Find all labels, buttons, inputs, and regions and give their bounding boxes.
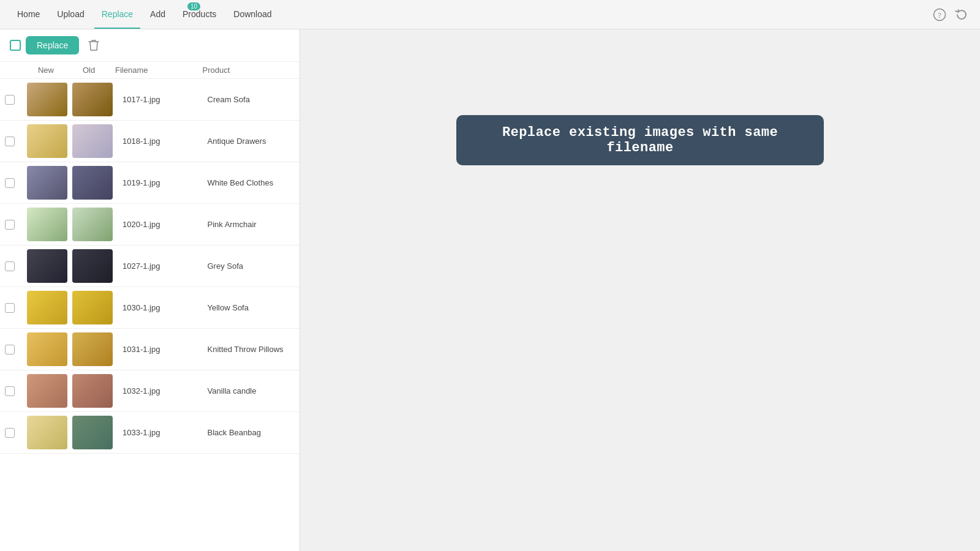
new-image-4 xyxy=(27,249,67,283)
nav-products[interactable]: Products 10 xyxy=(175,0,224,29)
col-header-product: Product xyxy=(203,66,295,75)
old-image-2 xyxy=(72,166,113,200)
row-checkbox-5[interactable] xyxy=(5,303,15,313)
table-row[interactable]: 1032-1.jpg Vanilla candle xyxy=(0,370,300,412)
filename-cell-8: 1033-1.jpg xyxy=(118,428,205,437)
row-checkbox-8[interactable] xyxy=(5,428,15,438)
toolbar: Replace xyxy=(0,29,300,62)
filename-cell-5: 1030-1.jpg xyxy=(118,303,205,312)
nav-home[interactable]: Home xyxy=(10,0,47,29)
tooltip-box: Replace existing images with same filena… xyxy=(456,115,824,165)
old-image-5 xyxy=(72,291,113,324)
right-panel: Replace existing images with same filena… xyxy=(300,29,980,551)
new-image-5 xyxy=(27,291,67,324)
table-row[interactable]: 1031-1.jpg Knitted Throw Pillows xyxy=(0,329,300,370)
row-checkbox-1[interactable] xyxy=(5,137,15,146)
topnav: Home Upload Replace Add Products 10 Down… xyxy=(0,0,980,29)
row-checkbox-3[interactable] xyxy=(5,220,15,230)
new-image-8 xyxy=(27,416,67,449)
refresh-icon[interactable] xyxy=(953,6,970,23)
filename-cell-4: 1027-1.jpg xyxy=(118,261,205,271)
old-image-8 xyxy=(72,416,113,449)
product-cell-5: Yellow Sofa xyxy=(208,303,295,312)
col-header-new: New xyxy=(24,66,67,75)
table-row[interactable]: 1019-1.jpg White Bed Clothes xyxy=(0,162,300,204)
old-image-4 xyxy=(72,249,113,283)
old-image-6 xyxy=(72,332,113,366)
row-checkbox-4[interactable] xyxy=(5,261,15,271)
old-image-1 xyxy=(72,124,113,158)
new-image-1 xyxy=(27,124,67,158)
product-cell-4: Grey Sofa xyxy=(208,261,295,271)
filename-cell-6: 1031-1.jpg xyxy=(118,345,205,354)
table-row[interactable]: 1020-1.jpg Pink Armchair xyxy=(0,204,300,246)
main-layout: Replace New Old Filename Product 1017-1.… xyxy=(0,29,980,551)
new-image-2 xyxy=(27,166,67,200)
new-image-3 xyxy=(27,208,67,241)
product-cell-1: Antique Drawers xyxy=(208,137,295,146)
table-row[interactable]: 1030-1.jpg Yellow Sofa xyxy=(0,287,300,329)
filename-cell-3: 1020-1.jpg xyxy=(118,220,205,229)
new-image-6 xyxy=(27,332,67,366)
table-row[interactable]: 1027-1.jpg Grey Sofa xyxy=(0,246,300,287)
new-image-7 xyxy=(27,374,67,408)
replace-button[interactable]: Replace xyxy=(26,36,79,54)
product-cell-3: Pink Armchair xyxy=(208,220,295,229)
row-checkbox-7[interactable] xyxy=(5,386,15,396)
tooltip-text: Replace existing images with same filena… xyxy=(502,125,778,156)
old-image-3 xyxy=(72,208,113,241)
filename-cell-0: 1017-1.jpg xyxy=(118,95,205,104)
row-checkbox-6[interactable] xyxy=(5,345,15,354)
filename-cell-7: 1032-1.jpg xyxy=(118,386,205,395)
filename-cell-2: 1019-1.jpg xyxy=(118,178,205,187)
row-checkbox-2[interactable] xyxy=(5,178,15,188)
left-panel: Replace New Old Filename Product 1017-1.… xyxy=(0,29,300,551)
nav-download[interactable]: Download xyxy=(226,0,279,29)
select-all-checkbox[interactable] xyxy=(10,40,21,51)
product-cell-6: Knitted Throw Pillows xyxy=(208,345,295,354)
table-row[interactable]: 1017-1.jpg Cream Sofa xyxy=(0,79,300,121)
svg-text:?: ? xyxy=(938,10,941,20)
row-checkbox-0[interactable] xyxy=(5,95,15,105)
products-badge: 10 xyxy=(187,2,200,10)
delete-button[interactable] xyxy=(84,36,104,55)
filename-cell-1: 1018-1.jpg xyxy=(118,137,205,146)
help-icon[interactable]: ? xyxy=(931,6,948,23)
table-row[interactable]: 1033-1.jpg Black Beanbag xyxy=(0,412,300,454)
product-cell-2: White Bed Clothes xyxy=(208,178,295,187)
nav-add[interactable]: Add xyxy=(143,0,173,29)
nav-replace[interactable]: Replace xyxy=(94,0,140,29)
table-header: New Old Filename Product xyxy=(0,62,300,79)
product-cell-8: Black Beanbag xyxy=(208,428,295,437)
col-header-filename: Filename xyxy=(110,66,203,75)
col-header-old: Old xyxy=(67,66,110,75)
nav-icon-group: ? xyxy=(931,6,970,23)
product-cell-0: Cream Sofa xyxy=(208,95,295,104)
old-image-7 xyxy=(72,374,113,408)
nav-upload[interactable]: Upload xyxy=(50,0,91,29)
table-body: 1017-1.jpg Cream Sofa 1018-1.jpg Antique… xyxy=(0,79,300,551)
table-row[interactable]: 1018-1.jpg Antique Drawers xyxy=(0,121,300,162)
old-image-0 xyxy=(72,83,113,116)
product-cell-7: Vanilla candle xyxy=(208,386,295,395)
new-image-0 xyxy=(27,83,67,116)
